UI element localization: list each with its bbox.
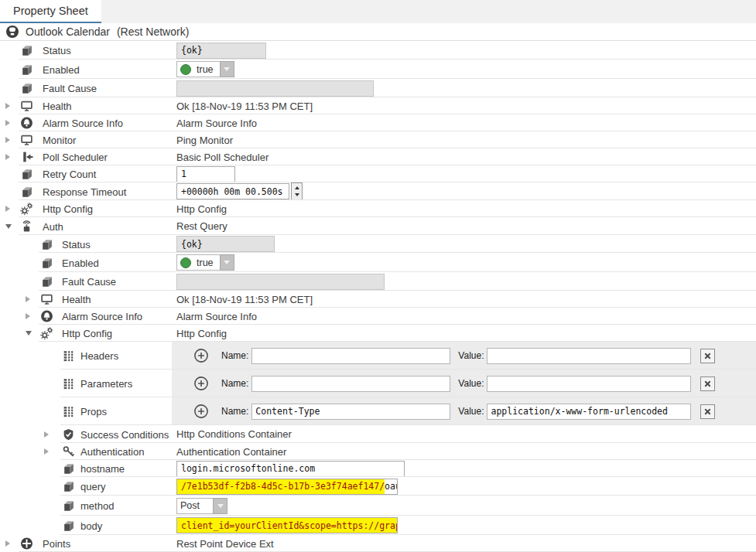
add-icon[interactable] xyxy=(193,376,209,391)
collapse-arrow-icon[interactable] xyxy=(5,224,12,229)
name-input[interactable] xyxy=(251,376,450,392)
value-input[interactable] xyxy=(487,376,691,392)
property-label: Alarm Source Info xyxy=(43,118,123,129)
property-label: Auth xyxy=(43,220,63,232)
method-dropdown[interactable]: Post xyxy=(176,498,227,514)
property-label: body xyxy=(80,520,102,531)
response-timeout-input[interactable]: +00000h 00m 00.500s xyxy=(176,183,289,199)
property-value: Rest Point Device Ext xyxy=(176,538,274,550)
row-auth-fault-cause: Fault Cause xyxy=(0,272,756,291)
expand-arrow-icon[interactable] xyxy=(5,206,10,212)
expand-arrow-icon[interactable] xyxy=(5,120,10,126)
parameters-editor: Name: Value: xyxy=(172,370,756,397)
add-icon[interactable] xyxy=(193,404,209,419)
headers-editor: Name: Value: xyxy=(172,342,756,370)
expand-arrow-icon[interactable] xyxy=(26,296,30,302)
expand-arrow-icon[interactable] xyxy=(44,431,49,438)
cube-icon xyxy=(62,499,75,513)
property-label: Status xyxy=(43,45,71,56)
monitor-icon xyxy=(20,134,33,147)
expand-arrow-icon[interactable] xyxy=(5,154,10,160)
name-input[interactable] xyxy=(251,348,450,364)
key-icon xyxy=(62,445,75,458)
body-input[interactable]: client_id=yourClientId&scope=https://gra… xyxy=(176,517,398,533)
expand-arrow-icon[interactable] xyxy=(5,540,10,547)
add-icon[interactable] xyxy=(193,348,209,363)
fault-cause-field xyxy=(176,80,374,97)
tab-property-sheet[interactable]: Property Sheet xyxy=(0,0,101,23)
row-body: body client_id=yourClientId&scope=https:… xyxy=(0,516,756,535)
spinner-stepper[interactable] xyxy=(291,182,303,200)
retry-count-input[interactable]: 1 xyxy=(176,166,235,182)
chevron-glyph xyxy=(217,504,224,508)
station-icon xyxy=(5,25,19,39)
property-label: Fault Cause xyxy=(43,83,97,94)
property-label: method xyxy=(80,500,114,512)
collapse-arrow-icon[interactable] xyxy=(26,331,32,336)
property-value: Ok [18-Nov-19 11:53 PM CET] xyxy=(176,101,313,112)
property-label: Headers xyxy=(80,350,118,362)
row-auth-alarm-source-info: Alarm Source Info Alarm Source Info xyxy=(0,308,756,325)
value-input[interactable] xyxy=(487,404,691,420)
property-label: Parameters xyxy=(80,378,132,390)
name-label: Name: xyxy=(221,350,248,361)
query-input[interactable]: /7e1b53df-f2b8-4d5c-b17b-3e3f74aef147/ o… xyxy=(176,479,398,495)
chevron-down-icon[interactable] xyxy=(220,254,234,271)
row-auth-health: Health Ok [18-Nov-19 11:53 PM CET] xyxy=(0,291,756,308)
query-text: oau xyxy=(385,479,398,494)
property-label: Props xyxy=(80,406,107,417)
property-value: Ok [18-Nov-19 11:53 PM CET] xyxy=(176,294,313,305)
selected-text: /7e1b53df-f2b8-4d5c-b17b-3e3f74aef147/ xyxy=(177,479,385,494)
hostname-input[interactable]: login.microsoftonline.com xyxy=(176,461,405,477)
value-input[interactable] xyxy=(487,348,691,364)
property-value: Alarm Source Info xyxy=(176,118,257,129)
enabled-dropdown[interactable]: true xyxy=(176,61,234,77)
table-icon xyxy=(62,377,75,390)
cube-icon xyxy=(40,256,53,269)
green-status-icon xyxy=(180,257,191,268)
transmitter-icon xyxy=(20,220,33,233)
status-field: {ok} xyxy=(176,43,266,59)
expand-arrow-icon[interactable] xyxy=(5,137,10,143)
gears-icon xyxy=(40,327,53,340)
property-value: Http Config xyxy=(176,203,227,215)
property-label: Success Conditions xyxy=(80,428,169,440)
property-label: Health xyxy=(43,101,72,112)
property-value: Http Conditions Container xyxy=(176,428,292,440)
cube-icon xyxy=(40,237,53,250)
expand-arrow-icon[interactable] xyxy=(26,313,30,319)
shield-check-icon xyxy=(62,428,75,441)
row-headers: Headers Name: Value: xyxy=(0,342,756,370)
spin-up-icon[interactable] xyxy=(295,186,299,189)
expand-arrow-icon[interactable] xyxy=(5,103,10,109)
row-auth: Auth Rest Query xyxy=(0,217,756,235)
enabled-dropdown[interactable]: true xyxy=(176,254,234,271)
name-label: Name: xyxy=(221,378,248,389)
property-label: Http Config xyxy=(43,203,93,215)
cube-icon xyxy=(20,185,33,198)
alarm-icon xyxy=(20,117,33,130)
delete-button[interactable] xyxy=(700,377,715,391)
table-icon xyxy=(62,405,75,418)
gears-icon xyxy=(20,203,33,216)
property-label: Poll Scheduler xyxy=(43,152,108,163)
delete-button[interactable] xyxy=(700,349,715,363)
spin-down-icon[interactable] xyxy=(295,193,299,196)
chevron-down-icon[interactable] xyxy=(220,61,234,77)
cube-icon xyxy=(20,63,33,76)
fault-cause-field xyxy=(176,274,385,290)
chevron-down-icon[interactable] xyxy=(213,498,227,514)
property-value: Rest Query xyxy=(176,220,227,232)
chevron-glyph xyxy=(224,261,230,264)
row-enabled: Enabled true xyxy=(0,60,756,79)
property-label: Response Timeout xyxy=(43,186,126,197)
cube-icon xyxy=(62,462,75,475)
row-auth-status: Status {ok} xyxy=(0,235,756,253)
name-input[interactable] xyxy=(251,404,450,420)
enabled-value: true xyxy=(176,61,220,77)
alarm-icon xyxy=(40,310,53,323)
row-success-conditions: Success Conditions Http Conditions Conta… xyxy=(0,425,756,443)
property-sheet-view: Property Sheet Outlook Calendar (Rest Ne… xyxy=(0,0,756,552)
delete-button[interactable] xyxy=(700,404,715,419)
expand-arrow-icon[interactable] xyxy=(44,448,49,455)
